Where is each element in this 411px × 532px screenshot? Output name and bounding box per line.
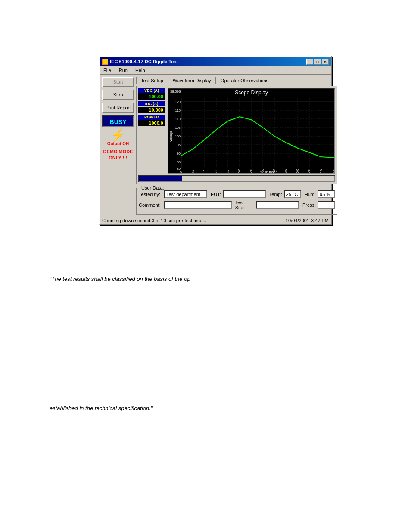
scope-container: 88.096 Scope Display Voltage Time in mse… — [168, 88, 335, 174]
scope-svg: Voltage Time in msec. — [168, 89, 334, 173]
stop-button[interactable]: Stop — [102, 90, 134, 100]
window-body: Start Stop Print Report BUSY ⚡ Output ON… — [100, 75, 331, 217]
svg-text:100: 100 — [175, 134, 181, 138]
minimize-button[interactable]: _ — [306, 59, 313, 65]
svg-text:110: 110 — [175, 117, 181, 121]
tab-bar: Test Setup Waveform Display Operator Obs… — [136, 77, 337, 84]
svg-text:8.0: 8.0 — [226, 170, 229, 173]
tab-waveform-display[interactable]: Waveform Display — [168, 77, 216, 84]
svg-text:85: 85 — [177, 160, 181, 164]
status-datetime: 10/04/2001 3:47 PM — [286, 218, 329, 223]
status-time-value: 3:47 PM — [311, 218, 329, 223]
hum-label: Hum: — [305, 192, 316, 197]
readings-column: VDC (A) 100.00 IDC (A) 10.000 POWER 1000… — [138, 88, 165, 174]
scope-display: 88.096 Scope Display Voltage Time in mse… — [168, 88, 335, 174]
idc-reading: IDC (A) 10.000 — [138, 101, 165, 113]
press-input[interactable] — [318, 201, 335, 209]
status-date: 10/04/2001 — [286, 218, 309, 223]
svg-text:2.0: 2.0 — [191, 170, 194, 173]
progress-bar-fill — [139, 176, 182, 181]
temp-label: Temp: — [269, 192, 282, 197]
start-button[interactable]: Start — [102, 77, 134, 87]
press-label: Press: — [302, 202, 316, 208]
quote-line1: “The test results shall be classified on… — [50, 276, 190, 282]
svg-text:18.0: 18.0 — [284, 169, 287, 173]
output-on-label: Output ON — [107, 141, 129, 146]
status-message: Counting down second 3 of 10 sec pre-tes… — [102, 218, 206, 223]
busy-badge: BUSY — [102, 115, 134, 127]
svg-text:4.0: 4.0 — [203, 170, 206, 173]
title-controls: _ □ ✕ — [306, 59, 329, 65]
tested-by-input[interactable] — [164, 190, 207, 198]
lightning-output: ⚡ Output ON — [107, 129, 129, 146]
svg-text:24.0: 24.0 — [319, 169, 322, 173]
tab-test-setup[interactable]: Test Setup — [136, 77, 168, 84]
quote-dash: — — [206, 431, 212, 438]
svg-text:26.0: 26.0 — [333, 169, 334, 173]
svg-text:90: 90 — [177, 152, 181, 156]
title-bar: ⚡ IEC 61000-4-17 DC Ripple Test _ □ ✕ — [100, 57, 331, 66]
quote-line2: established in the technical specificati… — [50, 405, 153, 411]
power-value: 1000.0 — [138, 120, 165, 126]
svg-text:22.0: 22.0 — [308, 169, 311, 173]
user-data-legend: User Data: — [140, 185, 165, 190]
svg-text:Voltage: Voltage — [169, 130, 173, 142]
vdc-value: 100.00 — [138, 93, 165, 100]
menu-file[interactable]: File — [102, 67, 112, 73]
tested-by-label: Tested by: — [139, 192, 162, 197]
idc-value: 10.000 — [138, 107, 165, 113]
svg-text:6.0: 6.0 — [215, 170, 218, 173]
temp-input[interactable] — [284, 190, 301, 198]
svg-text:10.0: 10.0 — [238, 169, 241, 173]
power-label: POWER — [138, 115, 165, 120]
progress-bar — [138, 175, 335, 182]
maximize-button[interactable]: □ — [314, 59, 321, 65]
left-panel: Start Stop Print Report BUSY ⚡ Output ON… — [102, 77, 134, 215]
right-panel: Test Setup Waveform Display Operator Obs… — [136, 77, 337, 215]
svg-text:16.0: 16.0 — [273, 169, 276, 173]
lightning-icon: ⚡ — [107, 129, 129, 141]
menu-run[interactable]: Run — [118, 67, 129, 73]
hum-input[interactable] — [318, 190, 335, 198]
test-site-input[interactable] — [256, 201, 299, 209]
window-title: IEC 61000-4-17 DC Ripple Test — [110, 59, 178, 64]
vdc-reading: VDC (A) 100.00 — [138, 88, 165, 100]
tab-operator-observations[interactable]: Operator Observations — [216, 77, 273, 84]
comment-label: Comment: — [139, 202, 162, 208]
title-bar-left: ⚡ IEC 61000-4-17 DC Ripple Test — [102, 59, 178, 65]
window-icon: ⚡ — [102, 59, 108, 65]
eut-label: EUT: — [211, 192, 221, 197]
comment-input[interactable] — [164, 201, 232, 209]
main-window: ⚡ IEC 61000-4-17 DC Ripple Test _ □ ✕ Fi… — [99, 56, 332, 225]
close-button[interactable]: ✕ — [322, 59, 329, 65]
user-data-row2: Comment: Test Site: Press: — [139, 200, 335, 210]
bottom-rule — [0, 501, 411, 501]
power-reading: POWER 1000.0 — [138, 115, 165, 126]
svg-text:120: 120 — [175, 100, 181, 104]
svg-text:12.0: 12.0 — [249, 169, 252, 173]
user-data-row1: Tested by: EUT: Temp: Hum: — [139, 190, 335, 198]
menu-bar: File Run Help — [100, 66, 331, 75]
svg-text:105: 105 — [175, 126, 181, 130]
top-rule — [0, 31, 411, 31]
menu-help[interactable]: Help — [134, 67, 146, 73]
svg-text:95: 95 — [177, 143, 181, 147]
svg-text:80: 80 — [177, 167, 181, 171]
vdc-label: VDC (A) — [138, 88, 165, 93]
test-site-label: Test Site: — [235, 200, 254, 210]
svg-text:115: 115 — [175, 109, 181, 112]
user-data-section: User Data: Tested by: EUT: Temp: Hum: Co… — [136, 188, 337, 215]
print-report-button[interactable]: Print Report — [102, 103, 134, 113]
idc-label: IDC (A) — [138, 101, 165, 106]
demo-mode-label: DEMO MODE ONLY !!! — [103, 149, 133, 161]
status-bar: Counting down second 3 of 10 sec pre-tes… — [100, 217, 331, 224]
eut-input[interactable] — [223, 190, 266, 198]
svg-text:0: 0 — [180, 171, 183, 173]
svg-text:14.0: 14.0 — [261, 169, 264, 173]
svg-text:20.0: 20.0 — [296, 169, 299, 173]
